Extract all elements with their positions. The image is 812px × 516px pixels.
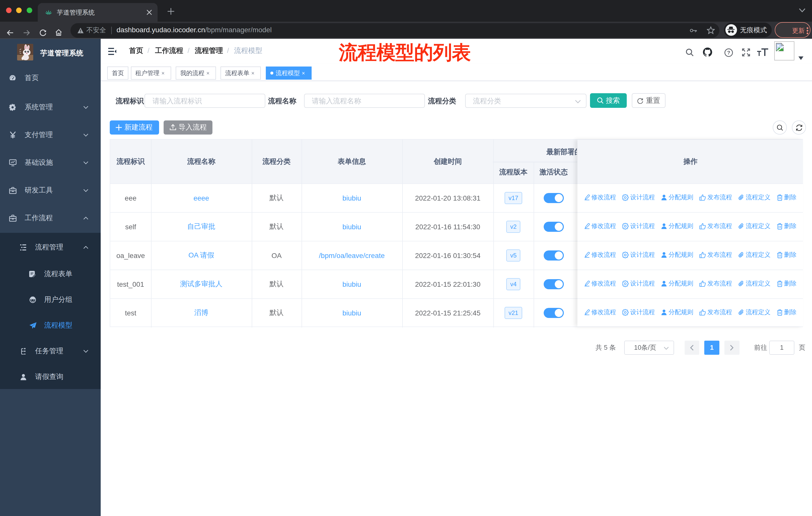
svg-text:?: ? xyxy=(727,49,730,55)
